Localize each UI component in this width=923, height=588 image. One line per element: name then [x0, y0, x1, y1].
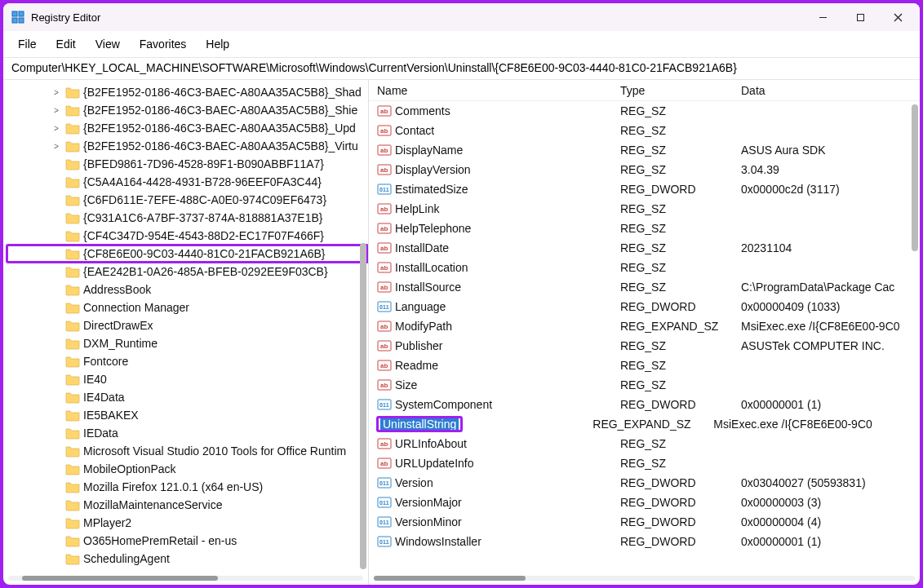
string-icon: ab — [377, 162, 392, 177]
values-pane[interactable]: Name Type Data abCommentsREG_SZabContact… — [369, 80, 920, 585]
minimize-button[interactable] — [804, 3, 841, 31]
tree-item-label: Connection Manager — [83, 301, 189, 314]
tree-hscroll[interactable] — [3, 572, 368, 585]
value-row[interactable]: abContactREG_SZ — [377, 121, 920, 140]
tree-item[interactable]: >{B2FE1952-0186-46C3-BAEC-A80AA35AC5B8}_… — [7, 101, 368, 119]
value-name: Comments — [395, 104, 620, 117]
tree-item[interactable]: {C931A1C6-A7BF-3737-874A-818881A37E1B} — [7, 209, 368, 227]
values-hscroll[interactable] — [369, 572, 920, 585]
value-row[interactable]: 011SystemComponentREG_DWORD0x00000001 (1… — [377, 395, 920, 414]
col-name[interactable]: Name — [377, 84, 620, 97]
tree-item-label: IE5BAKEX — [83, 409, 139, 422]
maximize-button[interactable] — [841, 3, 879, 31]
content-area: >{B2FE1952-0186-46C3-BAEC-A80AA35AC5B8}_… — [3, 80, 920, 585]
value-row[interactable]: abInstallDateREG_SZ20231104 — [377, 238, 920, 258]
tree-item[interactable]: {BFED9861-7D96-4528-89F1-B090ABBF11A7} — [7, 155, 368, 173]
value-row[interactable]: 011WindowsInstallerREG_DWORD0x00000001 (… — [377, 532, 920, 551]
value-row[interactable]: 011VersionMinorREG_DWORD0x00000004 (4) — [377, 512, 920, 532]
tree-item[interactable]: MozillaMaintenanceService — [7, 496, 368, 514]
value-data: MsiExec.exe /I{CF8E6E00-9C0 — [713, 418, 920, 431]
value-row[interactable]: abHelpLinkREG_SZ — [377, 199, 920, 219]
string-icon: ab — [377, 358, 392, 373]
tree-item[interactable]: IE40 — [7, 370, 368, 388]
tree-item-label: {EAE242B1-0A26-485A-BFEB-0292EE9F03CB} — [83, 265, 328, 278]
value-row[interactable]: abReadmeREG_SZ — [377, 356, 920, 375]
value-row[interactable]: 011VersionMajorREG_DWORD0x00000003 (3) — [377, 493, 920, 512]
tree-item[interactable]: MPlayer2 — [7, 514, 368, 532]
address-bar[interactable]: Computer\HKEY_LOCAL_MACHINE\SOFTWARE\Mic… — [3, 58, 920, 80]
value-row[interactable]: 011LanguageREG_DWORD0x00000409 (1033) — [377, 297, 920, 316]
tree-item[interactable]: DXM_Runtime — [7, 334, 368, 352]
value-row[interactable]: abUninstallStringREG_EXPAND_SZMsiExec.ex… — [377, 414, 920, 434]
tree-item[interactable]: SchedulingAgent — [7, 550, 368, 568]
tree-item[interactable]: Fontcore — [7, 352, 368, 370]
tree-item-label: DXM_Runtime — [83, 337, 158, 350]
svg-rect-0 — [12, 11, 17, 16]
value-type: REG_DWORD — [620, 515, 741, 528]
tree-item[interactable]: >{B2FE1952-0186-46C3-BAEC-A80AA35AC5B8}_… — [7, 137, 368, 155]
dword-icon: 011 — [377, 182, 392, 197]
menu-file[interactable]: File — [10, 34, 45, 54]
tree-item[interactable]: Microsoft Visual Studio 2010 Tools for O… — [7, 442, 368, 460]
tree-item[interactable]: {CF4C347D-954E-4543-88D2-EC17F07F466F} — [7, 227, 368, 245]
tree-item-label: Mozilla Firefox 121.0.1 (x64 en-US) — [83, 480, 263, 493]
col-data[interactable]: Data — [741, 84, 920, 97]
menu-favorites[interactable]: Favorites — [131, 34, 195, 54]
tree-item[interactable]: {EAE242B1-0A26-485A-BFEB-0292EE9F03CB} — [7, 263, 368, 281]
tree-item[interactable]: {C6FD611E-7EFE-488C-A0E0-974C09EF6473} — [7, 191, 368, 209]
value-row[interactable]: abInstallSourceREG_SZC:\ProgramData\Pack… — [377, 277, 920, 297]
values-scrollbar[interactable] — [912, 104, 918, 251]
value-row[interactable]: 011VersionREG_DWORD0x03040027 (50593831) — [377, 473, 920, 493]
tree-item[interactable]: O365HomePremRetail - en-us — [7, 532, 368, 550]
svg-text:ab: ab — [380, 245, 388, 252]
column-headers[interactable]: Name Type Data — [369, 80, 920, 101]
folder-icon — [65, 283, 80, 296]
value-name: EstimatedSize — [395, 183, 620, 196]
tree-item[interactable]: IE4Data — [7, 388, 368, 406]
value-row[interactable]: abInstallLocationREG_SZ — [377, 258, 920, 277]
value-row[interactable]: abDisplayNameREG_SZASUS Aura SDK — [377, 140, 920, 160]
svg-text:ab: ab — [380, 284, 388, 291]
tree-item[interactable]: DirectDrawEx — [7, 316, 368, 334]
menu-help[interactable]: Help — [197, 34, 237, 54]
value-row[interactable]: 011EstimatedSizeREG_DWORD0x00000c2d (311… — [377, 179, 920, 199]
value-row[interactable]: abPublisherREG_SZASUSTek COMPUTER INC. — [377, 336, 920, 356]
value-row[interactable]: abCommentsREG_SZ — [377, 101, 920, 121]
tree-scrollbar[interactable] — [360, 243, 366, 569]
value-type: REG_SZ — [620, 281, 741, 294]
value-type: REG_SZ — [620, 104, 741, 117]
folder-icon — [65, 534, 80, 547]
tree-item[interactable]: >{B2FE1952-0186-46C3-BAEC-A80AA35AC5B8}_… — [7, 83, 368, 101]
tree-pane[interactable]: >{B2FE1952-0186-46C3-BAEC-A80AA35AC5B8}_… — [3, 80, 369, 585]
close-button[interactable] — [879, 3, 916, 31]
svg-rect-2 — [12, 18, 17, 23]
tree-item[interactable]: {C5A4A164-4428-4931-B728-96EEF0FA3C44} — [7, 173, 368, 191]
tree-item[interactable]: AddressBook — [7, 281, 368, 298]
value-type: REG_SZ — [620, 222, 741, 235]
tree-item[interactable]: {CF8E6E00-9C03-4440-81C0-21FACB921A6B} — [7, 245, 368, 263]
value-name: VersionMajor — [395, 496, 620, 509]
menu-edit[interactable]: Edit — [48, 34, 84, 54]
value-type: REG_SZ — [620, 378, 741, 391]
col-type[interactable]: Type — [620, 84, 741, 97]
tree-item[interactable]: IEData — [7, 424, 368, 442]
tree-item-label: MozillaMaintenanceService — [83, 498, 222, 511]
value-name: Language — [395, 300, 620, 313]
tree-item[interactable]: MobileOptionPack — [7, 460, 368, 478]
tree-item[interactable]: >{B2FE1952-0186-46C3-BAEC-A80AA35AC5B8}_… — [7, 119, 368, 137]
menu-view[interactable]: View — [87, 34, 128, 54]
tree-item[interactable]: Connection Manager — [7, 298, 368, 316]
dword-icon: 011 — [377, 299, 392, 314]
value-row[interactable]: abSizeREG_SZ — [377, 375, 920, 395]
tree-item[interactable]: IE5BAKEX — [7, 406, 368, 424]
value-type: REG_DWORD — [620, 398, 741, 411]
value-data: 20231104 — [741, 241, 920, 254]
value-row[interactable]: abModifyPathREG_EXPAND_SZMsiExec.exe /I{… — [377, 316, 920, 336]
value-name: InstallLocation — [395, 261, 620, 274]
value-row[interactable]: abURLUpdateInfoREG_SZ — [377, 453, 920, 473]
tree-item[interactable]: Mozilla Firefox 121.0.1 (x64 en-US) — [7, 478, 368, 496]
value-row[interactable]: abURLInfoAboutREG_SZ — [377, 434, 920, 453]
value-row[interactable]: abDisplayVersionREG_SZ3.04.39 — [377, 160, 920, 179]
folder-icon — [65, 480, 80, 493]
value-row[interactable]: abHelpTelephoneREG_SZ — [377, 219, 920, 238]
